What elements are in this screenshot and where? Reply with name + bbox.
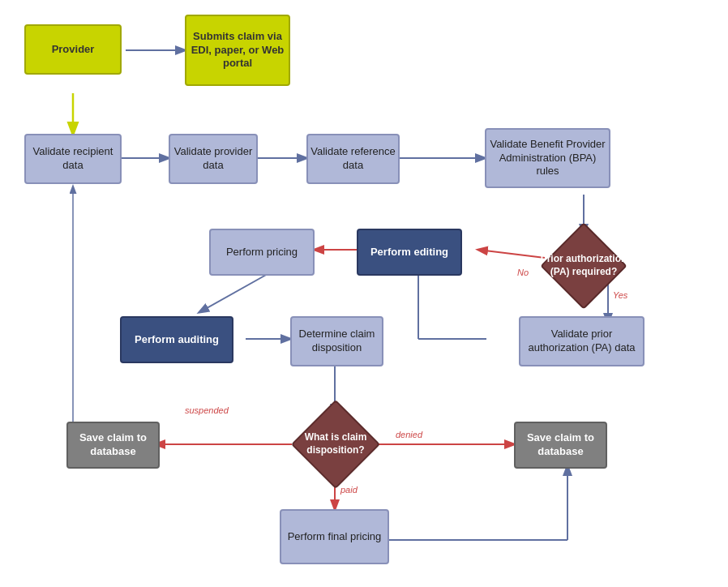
- suspended-label: suspended: [185, 405, 229, 415]
- validate-provider-node: Validate provider data: [169, 134, 258, 184]
- paid-label: paid: [340, 485, 358, 495]
- determine-disposition-node: Determine claim disposition: [290, 316, 383, 366]
- denied-label: denied: [396, 430, 422, 439]
- perform-pricing-node: Perform pricing: [209, 229, 315, 276]
- validate-bpa-node: Validate Benefit Provider Administration…: [485, 128, 610, 188]
- provider-node: Provider: [24, 24, 122, 75]
- perform-auditing-node: Perform auditing: [120, 316, 233, 363]
- no-label: No: [517, 268, 529, 277]
- claim-disposition-diamond: What is claim disposition?: [286, 404, 385, 485]
- perform-editing-node: Perform editing: [357, 229, 462, 276]
- yes-label: Yes: [613, 290, 627, 300]
- validate-pa-node: Validate prior authorization (PA) data: [519, 316, 644, 366]
- save-claim-left-node: Save claim to database: [66, 422, 160, 469]
- save-claim-right-node: Save claim to database: [514, 422, 607, 469]
- submits-claim-node: Submits claim via EDI, paper, or Web por…: [185, 15, 290, 86]
- validate-reference-node: Validate reference data: [306, 134, 400, 184]
- perform-final-pricing-node: Perform final pricing: [280, 509, 389, 564]
- svg-line-9: [199, 274, 268, 312]
- validate-recipient-node: Validate recipient data: [24, 134, 122, 184]
